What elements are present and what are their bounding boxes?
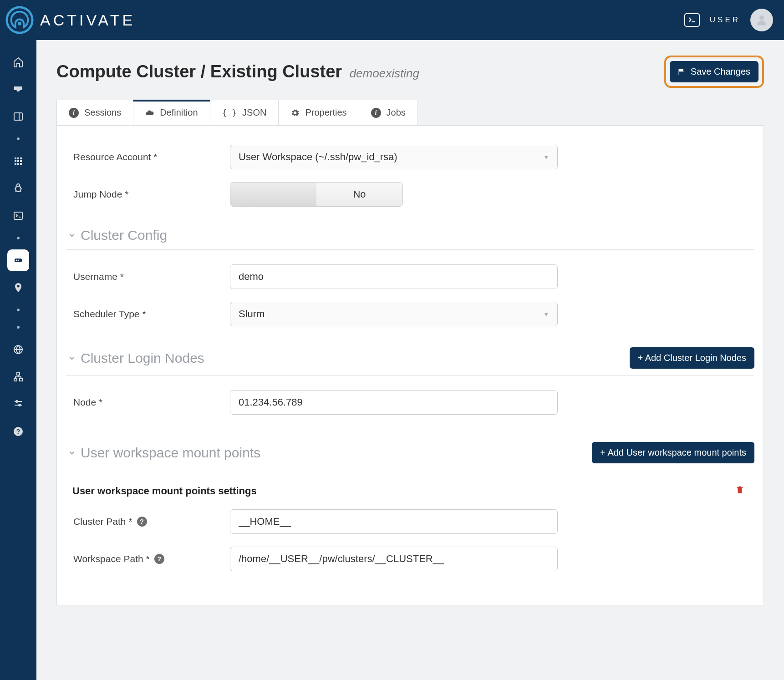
tab-definition[interactable]: Definition xyxy=(133,100,210,126)
nav-compute[interactable] xyxy=(7,249,29,271)
avatar[interactable] xyxy=(750,9,773,31)
nav-settings[interactable] xyxy=(7,393,29,415)
info-icon: i xyxy=(371,108,381,118)
page-title: Compute Cluster / Existing Cluster demoe… xyxy=(56,62,419,81)
row-username: Username * xyxy=(66,258,754,295)
nav-location[interactable] xyxy=(7,277,29,299)
help-icon[interactable]: ? xyxy=(154,554,164,564)
svg-point-24 xyxy=(19,404,20,406)
section-title-cluster-config[interactable]: Cluster Config xyxy=(66,228,167,243)
section-cluster-config: Cluster Config xyxy=(66,225,754,250)
tab-properties[interactable]: Properties xyxy=(278,100,359,126)
svg-rect-8 xyxy=(15,160,16,162)
label-node: Node * xyxy=(66,397,230,408)
svg-text:?: ? xyxy=(16,428,20,435)
toggle-jump-node[interactable]: No xyxy=(230,182,403,207)
chevron-down-icon: ▼ xyxy=(543,154,549,161)
svg-rect-20 xyxy=(17,373,20,375)
nav-globe[interactable] xyxy=(7,339,29,360)
nav-bug[interactable] xyxy=(7,178,29,199)
left-rail: ? xyxy=(0,40,36,680)
delete-mount-button[interactable] xyxy=(735,485,744,497)
svg-rect-12 xyxy=(17,163,19,165)
section-title-text: User workspace mount points xyxy=(81,445,260,461)
svg-rect-22 xyxy=(20,379,22,381)
row-jump-node: Jump Node * No xyxy=(66,176,754,213)
label-scheduler: Scheduler Type * xyxy=(66,309,230,320)
label-jump-node: Jump Node * xyxy=(66,189,230,200)
save-highlight: Save Changes xyxy=(664,56,764,88)
tab-jobs[interactable]: i Jobs xyxy=(359,100,418,126)
tab-label: Definition xyxy=(160,107,198,118)
section-mounts: User workspace mount points + Add User w… xyxy=(66,439,754,470)
section-title-text: Cluster Login Nodes xyxy=(81,350,204,366)
nav-home[interactable] xyxy=(7,51,29,73)
mounts-subheading: User workspace mount points settings xyxy=(66,478,754,503)
add-mounts-button[interactable]: + Add User workspace mount points xyxy=(592,442,754,463)
nav-terminal[interactable] xyxy=(7,205,29,227)
label-cluster-path: Cluster Path * ? xyxy=(66,516,230,527)
svg-point-23 xyxy=(16,401,18,402)
save-button[interactable]: Save Changes xyxy=(670,61,759,82)
tab-json[interactable]: { } JSON xyxy=(210,100,279,126)
brand-text: ACTIVATE xyxy=(40,11,135,29)
svg-rect-13 xyxy=(20,163,22,165)
tab-sessions[interactable]: i Sessions xyxy=(56,100,133,126)
svg-rect-15 xyxy=(14,212,22,219)
topbar-right: USER xyxy=(684,9,773,31)
section-title-mounts[interactable]: User workspace mount points xyxy=(66,445,260,461)
tab-label: Properties xyxy=(305,107,346,118)
nav-sitemap[interactable] xyxy=(7,366,29,388)
select-resource-account[interactable]: User Workspace (~/.ssh/pw_id_rsa) ▼ xyxy=(230,145,558,169)
row-workspace-path: Workspace Path * ? xyxy=(66,540,754,578)
flag-icon xyxy=(678,68,686,76)
select-scheduler[interactable]: Slurm ▼ xyxy=(230,302,558,326)
save-button-label: Save Changes xyxy=(691,66,750,77)
svg-point-18 xyxy=(18,260,19,261)
page-title-text: Compute Cluster / Existing Cluster xyxy=(56,62,342,81)
input-workspace-path[interactable] xyxy=(230,547,558,571)
row-scheduler: Scheduler Type * Slurm ▼ xyxy=(66,295,754,333)
input-cluster-path[interactable] xyxy=(230,509,558,534)
add-login-nodes-button[interactable]: + Add Cluster Login Nodes xyxy=(630,347,755,369)
gear-icon xyxy=(290,108,300,117)
section-title-login-nodes[interactable]: Cluster Login Nodes xyxy=(66,350,204,366)
braces-icon: { } xyxy=(222,108,237,117)
svg-rect-3 xyxy=(14,113,22,120)
row-cluster-path: Cluster Path * ? xyxy=(66,503,754,540)
chevron-down-icon xyxy=(68,449,76,457)
main: Compute Cluster / Existing Cluster demoe… xyxy=(36,40,784,680)
label-username: Username * xyxy=(66,271,230,282)
rail-separator-icon xyxy=(17,309,20,311)
tab-label: Sessions xyxy=(84,107,121,118)
input-username[interactable] xyxy=(230,264,558,289)
terminal-button[interactable] xyxy=(684,13,700,27)
section-title-text: Cluster Config xyxy=(81,228,167,243)
toggle-on-half: No xyxy=(316,183,402,206)
input-node[interactable] xyxy=(230,390,558,415)
nav-inbox[interactable] xyxy=(7,78,29,100)
svg-rect-10 xyxy=(20,160,22,162)
help-icon[interactable]: ? xyxy=(137,517,147,527)
row-node: Node * xyxy=(66,384,754,421)
nav-panel[interactable] xyxy=(7,106,29,127)
svg-rect-9 xyxy=(17,160,19,162)
svg-rect-21 xyxy=(14,379,17,381)
nav-help[interactable]: ? xyxy=(7,421,29,442)
rail-separator-icon xyxy=(17,326,20,329)
tab-label: JSON xyxy=(242,107,266,118)
section-login-nodes: Cluster Login Nodes + Add Cluster Login … xyxy=(66,345,754,376)
brand-logo-icon xyxy=(5,6,34,34)
user-label: USER xyxy=(710,15,740,25)
cloud-icon xyxy=(145,108,154,117)
tab-label: Jobs xyxy=(387,107,406,118)
svg-rect-6 xyxy=(17,157,19,159)
svg-point-1 xyxy=(18,22,21,25)
select-value: Slurm xyxy=(239,308,265,320)
label-workspace-path: Workspace Path * ? xyxy=(66,553,230,564)
chevron-down-icon: ▼ xyxy=(543,311,549,318)
nav-apps[interactable] xyxy=(7,150,29,172)
svg-point-17 xyxy=(16,260,17,261)
page-title-slug: demoexisting xyxy=(350,66,419,80)
toggle-off-half xyxy=(230,183,316,206)
